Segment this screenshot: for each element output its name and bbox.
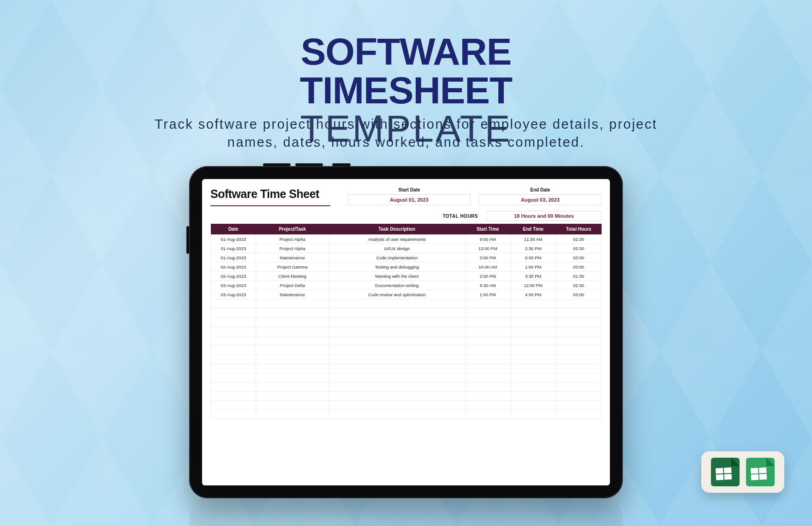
hero-line1: SOFTWARE <box>203 32 609 71</box>
cell-empty <box>329 355 465 364</box>
timesheet-table: Date Project/Task Task Description Start… <box>210 224 602 419</box>
table-row-empty <box>211 355 602 364</box>
cell-end: 3:30 PM <box>510 272 555 281</box>
cell-date: 03-Aug-2023 <box>211 290 256 299</box>
cell-empty <box>465 318 510 327</box>
cell-empty <box>510 392 555 401</box>
tablet-reflection <box>189 498 623 526</box>
cell-empty <box>510 318 555 327</box>
cell-empty <box>211 383 256 392</box>
cell-end: 11:30 AM <box>510 235 555 244</box>
cell-empty <box>465 327 510 336</box>
cell-empty <box>256 318 329 327</box>
cell-empty <box>556 346 602 355</box>
cell-end: 6:00 PM <box>510 253 555 263</box>
cell-start: 3:00 PM <box>465 253 510 263</box>
cell-desc: Documentation writing <box>329 281 465 290</box>
cell-empty <box>556 401 602 410</box>
cell-empty <box>556 364 602 373</box>
cell-empty <box>510 309 555 318</box>
cell-empty <box>329 299 465 309</box>
cell-empty <box>329 410 465 419</box>
cell-empty <box>256 327 329 336</box>
table-row-empty <box>211 327 602 336</box>
cell-empty <box>465 410 510 419</box>
col-end-time: End Time <box>510 224 555 235</box>
total-hours-label: TOTAL HOURS <box>442 214 478 219</box>
col-description: Task Description <box>329 224 465 235</box>
cell-empty <box>211 327 256 336</box>
sheet-header: Software Time Sheet Start Date August 01… <box>210 187 602 206</box>
cell-project: Project Gamma <box>256 263 329 272</box>
cell-empty <box>556 299 602 309</box>
cell-desc: Analysis of user requirements <box>329 235 465 244</box>
col-project: Project/Task <box>256 224 329 235</box>
cell-start: 9:00 AM <box>465 235 510 244</box>
table-row: 03-Aug-2023Project DeltaDocumentation wr… <box>211 281 602 290</box>
cell-total: 03:00 <box>556 253 602 263</box>
cell-project: Maintenance <box>256 253 329 263</box>
cell-start: 2:00 PM <box>465 272 510 281</box>
table-row-empty <box>211 336 602 346</box>
cell-empty <box>556 410 602 419</box>
cell-empty <box>329 346 465 355</box>
cell-date: 02-Aug-2023 <box>211 272 256 281</box>
table-header-row: Date Project/Task Task Description Start… <box>211 224 602 235</box>
cell-empty <box>510 401 555 410</box>
cell-empty <box>329 392 465 401</box>
cell-start: 12:00 PM <box>465 244 510 253</box>
cell-empty <box>211 309 256 318</box>
hero-line2-bold: TIMESHEET <box>300 69 512 111</box>
table-row: 01-Aug-2023Project AlphaUI/UX design12:0… <box>211 244 602 253</box>
table-row: 02-Aug-2023Project GammaTesting and debu… <box>211 263 602 272</box>
cell-empty <box>510 327 555 336</box>
cell-empty <box>465 299 510 309</box>
cell-empty <box>465 392 510 401</box>
table-row: 02-Aug-2023Client MeetingMeeting with th… <box>211 272 602 281</box>
cell-empty <box>556 318 602 327</box>
excel-icon <box>711 458 740 486</box>
cell-empty <box>556 392 602 401</box>
table-row-empty <box>211 318 602 327</box>
cell-empty <box>211 318 256 327</box>
cell-empty <box>465 336 510 346</box>
cell-empty <box>211 346 256 355</box>
cell-empty <box>465 364 510 373</box>
cell-empty <box>211 401 256 410</box>
cell-empty <box>510 336 555 346</box>
cell-project: Project Alpha <box>256 235 329 244</box>
cell-empty <box>465 309 510 318</box>
cell-end: 2:30 PM <box>510 244 555 253</box>
title-underline <box>210 205 330 206</box>
cell-empty <box>510 410 555 419</box>
cell-empty <box>510 383 555 392</box>
table-row: 03-Aug-2023MaintenanceCode review and op… <box>211 290 602 299</box>
cell-empty <box>211 392 256 401</box>
cell-total: 02:30 <box>556 235 602 244</box>
cell-empty <box>329 318 465 327</box>
cell-empty <box>329 327 465 336</box>
cell-desc: Code implementation <box>329 253 465 263</box>
tablet-body: Software Time Sheet Start Date August 01… <box>189 166 623 498</box>
cell-empty <box>556 355 602 364</box>
cell-total: 03:00 <box>556 263 602 272</box>
cell-empty <box>556 327 602 336</box>
cell-desc: UI/UX design <box>329 244 465 253</box>
cell-total: 02:30 <box>556 244 602 253</box>
end-date-label: End Date <box>479 187 602 192</box>
table-row-empty <box>211 364 602 373</box>
cell-empty <box>510 373 555 383</box>
cell-empty <box>256 410 329 419</box>
table-row-empty <box>211 410 602 419</box>
col-total-hours: Total Hours <box>556 224 602 235</box>
cell-date: 01-Aug-2023 <box>211 235 256 244</box>
table-row: 01-Aug-2023MaintenanceCode implementatio… <box>211 253 602 263</box>
cell-project: Maintenance <box>256 290 329 299</box>
tablet-mockup: Software Time Sheet Start Date August 01… <box>189 166 623 498</box>
cell-empty <box>211 373 256 383</box>
table-row-empty <box>211 309 602 318</box>
table-row-empty <box>211 401 602 410</box>
table-row: 01-Aug-2023Project AlphaAnalysis of user… <box>211 235 602 244</box>
cell-empty <box>211 336 256 346</box>
cell-end: 1:00 PM <box>510 263 555 272</box>
